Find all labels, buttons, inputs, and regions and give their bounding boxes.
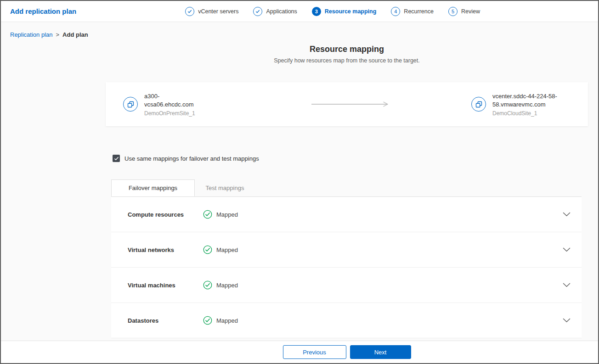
mapping-status-text: Mapped bbox=[216, 317, 238, 324]
previous-button[interactable]: Previous bbox=[283, 345, 346, 359]
mapping-row-compute-resources[interactable]: Compute resources Mapped bbox=[111, 197, 582, 232]
mapping-row-label: Virtual machines bbox=[128, 282, 203, 289]
mapped-check-icon bbox=[203, 245, 212, 254]
chevron-down-icon[interactable] bbox=[563, 247, 571, 252]
tab-failover-mappings[interactable]: Failover mappings bbox=[111, 179, 195, 196]
step-number-badge: 5 bbox=[448, 7, 458, 16]
mapping-row-label: Virtual networks bbox=[128, 246, 203, 253]
step-recurrence[interactable]: 4 Recurrence bbox=[391, 7, 434, 16]
step-number-badge: 4 bbox=[391, 7, 400, 16]
mapped-check-icon bbox=[203, 316, 212, 325]
mapping-status: Mapped bbox=[203, 280, 238, 290]
chevron-down-icon[interactable] bbox=[563, 318, 571, 323]
mapping-status: Mapped bbox=[203, 210, 238, 219]
source-site: a300- vcsa06.ehcdc.com DemoOnPremSite_1 bbox=[123, 92, 229, 117]
vcenter-site-icon bbox=[123, 97, 138, 112]
breadcrumb: Replication plan > Add plan bbox=[1, 22, 598, 38]
breadcrumb-replication-plan-link[interactable]: Replication plan bbox=[10, 31, 53, 38]
target-vcenter-name-line1: vcenter.sddc-44-224-58- bbox=[492, 92, 557, 101]
step-resource-mapping[interactable]: 3 Resource mapping bbox=[312, 7, 377, 16]
step-applications[interactable]: Applications bbox=[253, 7, 297, 16]
step-label: Applications bbox=[266, 8, 297, 15]
wizard-footer: Previous Next bbox=[1, 341, 598, 363]
step-review[interactable]: 5 Review bbox=[448, 7, 480, 16]
source-vcenter-name-line1: a300- bbox=[144, 92, 195, 101]
mapped-check-icon bbox=[203, 210, 212, 219]
target-site: vcenter.sddc-44-224-58- 58.vmwarevmc.com… bbox=[471, 92, 571, 117]
section-subtitle: Specify how resources map from the sourc… bbox=[106, 57, 588, 64]
same-mappings-label: Use same mappings for failover and test … bbox=[124, 155, 259, 162]
source-site-name: DemoOnPremSite_1 bbox=[144, 110, 195, 117]
page-title: Add replication plan bbox=[10, 7, 76, 15]
resource-mapping-content: Resource mapping Specify how resources m… bbox=[106, 45, 588, 338]
same-mappings-row: Use same mappings for failover and test … bbox=[113, 155, 588, 162]
source-site-text: a300- vcsa06.ehcdc.com DemoOnPremSite_1 bbox=[144, 92, 195, 117]
mapping-status: Mapped bbox=[203, 245, 238, 254]
section-title: Resource mapping bbox=[106, 45, 588, 54]
target-site-text: vcenter.sddc-44-224-58- 58.vmwarevmc.com… bbox=[492, 92, 557, 117]
add-replication-plan-window: Add replication plan vCenter servers App… bbox=[0, 0, 599, 364]
wizard-stepper: vCenter servers Applications 3 Resource … bbox=[76, 7, 589, 16]
mapping-row-virtual-machines[interactable]: Virtual machines Mapped bbox=[111, 268, 582, 303]
step-done-check-icon bbox=[253, 7, 262, 16]
mapping-status: Mapped bbox=[203, 316, 238, 325]
footer-buttons: Previous Next bbox=[106, 345, 588, 359]
source-to-target-arrow-icon bbox=[229, 101, 471, 107]
step-label: Resource mapping bbox=[325, 8, 377, 15]
mapping-status-text: Mapped bbox=[216, 246, 238, 253]
failover-mappings-panel: Compute resources Mapped Virtual network… bbox=[111, 196, 582, 338]
breadcrumb-separator: > bbox=[56, 31, 60, 38]
same-mappings-checkbox[interactable] bbox=[113, 155, 120, 162]
step-done-check-icon bbox=[185, 7, 194, 16]
mapping-row-label: Datastores bbox=[128, 317, 203, 324]
step-number-badge: 3 bbox=[312, 7, 321, 16]
chevron-down-icon[interactable] bbox=[563, 212, 571, 217]
mapped-check-icon bbox=[203, 280, 212, 290]
mapping-row-virtual-networks[interactable]: Virtual networks Mapped bbox=[111, 232, 582, 268]
source-target-card: a300- vcsa06.ehcdc.com DemoOnPremSite_1 bbox=[106, 82, 588, 126]
next-button[interactable]: Next bbox=[350, 345, 411, 359]
wizard-header: Add replication plan vCenter servers App… bbox=[1, 1, 598, 22]
target-site-name: DemoCloudSite_1 bbox=[492, 110, 557, 117]
mapping-status-text: Mapped bbox=[216, 211, 238, 218]
chevron-down-icon[interactable] bbox=[563, 283, 571, 287]
step-label: Recurrence bbox=[404, 8, 434, 15]
source-vcenter-name-line2: vcsa06.ehcdc.com bbox=[144, 101, 195, 109]
mapping-row-label: Compute resources bbox=[128, 211, 203, 218]
target-vcenter-name-line2: 58.vmwarevmc.com bbox=[492, 101, 557, 109]
step-label: Review bbox=[461, 8, 480, 15]
step-vcenter-servers[interactable]: vCenter servers bbox=[185, 7, 238, 16]
tab-test-mappings[interactable]: Test mappings bbox=[195, 179, 255, 196]
breadcrumb-current: Add plan bbox=[62, 31, 88, 38]
step-label: vCenter servers bbox=[198, 8, 238, 15]
mapping-status-text: Mapped bbox=[216, 282, 238, 289]
vcenter-site-icon bbox=[471, 97, 486, 112]
mappings-tabs: Failover mappings Test mappings bbox=[111, 179, 582, 196]
mapping-row-datastores[interactable]: Datastores Mapped bbox=[111, 303, 582, 338]
